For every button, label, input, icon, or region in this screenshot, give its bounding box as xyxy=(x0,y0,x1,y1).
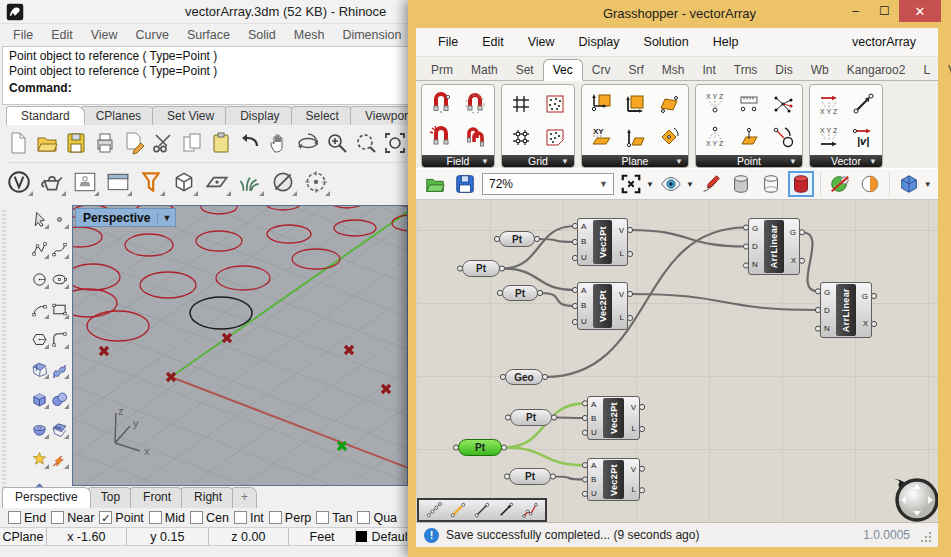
new-document-icon[interactable] xyxy=(6,131,30,155)
ribbon-panel-label[interactable]: Field▼ xyxy=(422,155,494,167)
perspective-viewport[interactable]: zyx Perspective ▼ xyxy=(72,205,408,486)
param-pt-selected[interactable]: Pt xyxy=(458,439,502,456)
gh-menu-solution[interactable]: Solution xyxy=(632,35,701,49)
ribbon-panel-label[interactable]: Point▼ xyxy=(696,155,802,167)
pointer-icon[interactable] xyxy=(30,210,48,228)
zoom-extents-icon-button[interactable] xyxy=(618,171,644,197)
document-preview-icon[interactable] xyxy=(898,173,920,195)
save-icon[interactable] xyxy=(64,131,88,155)
gh-menu-view[interactable]: View xyxy=(516,35,567,49)
plane-xy-icon[interactable]: XY xyxy=(585,120,617,153)
gh-tab-math[interactable]: Math xyxy=(462,60,507,80)
resize-grip[interactable] xyxy=(920,531,932,543)
surface-patch-icon[interactable] xyxy=(50,420,68,438)
close-button[interactable]: ✕ xyxy=(899,0,941,22)
osnap-checkbox-point[interactable]: ✓ xyxy=(99,511,112,524)
component-name-band[interactable]: Vec2Pt xyxy=(593,220,613,264)
point-numbers-icon[interactable] xyxy=(733,87,765,120)
osnap-end[interactable]: End xyxy=(8,511,46,525)
rectangle-icon[interactable] xyxy=(50,300,68,318)
input-port-g[interactable]: G xyxy=(752,224,758,233)
pan-hand-icon[interactable] xyxy=(267,131,291,155)
sketch-pencil-icon-button[interactable] xyxy=(698,171,724,197)
vector-length-icon[interactable]: |v| xyxy=(847,120,879,153)
zoom-extents-icon-caret-icon[interactable]: ▼ xyxy=(646,180,654,189)
print-icon[interactable] xyxy=(93,131,117,155)
cut-icon[interactable] xyxy=(151,131,175,155)
plane-rotated-icon[interactable] xyxy=(653,120,685,153)
ribbon-panel-label[interactable]: Plane▼ xyxy=(582,155,688,167)
torus-icon[interactable] xyxy=(30,420,48,438)
minimize-button[interactable]: – xyxy=(841,0,870,22)
osnap-checkbox-mid[interactable] xyxy=(149,511,162,524)
preview-matte-icon[interactable] xyxy=(730,173,752,195)
osnap-checkbox-perp[interactable] xyxy=(269,511,282,524)
toolbar-tab-standard[interactable]: Standard xyxy=(6,106,85,125)
add-viewport-tab-button[interactable]: + xyxy=(232,487,257,508)
surface-grid-icon[interactable] xyxy=(30,360,48,378)
preview-wireframe-icon-button[interactable] xyxy=(758,171,784,197)
rhino-menu-solid[interactable]: Solid xyxy=(239,28,285,42)
status-units[interactable]: Feet xyxy=(289,528,357,545)
gh-menu-file[interactable]: File xyxy=(426,35,470,49)
panel-expand-caret-icon[interactable]: ▼ xyxy=(789,157,797,166)
input-port-g[interactable]: G xyxy=(824,288,830,297)
red-polyline-icon[interactable] xyxy=(521,501,539,519)
maximize-button[interactable]: ☐ xyxy=(870,0,899,22)
orange-vector-icon[interactable] xyxy=(449,501,467,519)
gh-tab-wb[interactable]: Wb xyxy=(802,60,838,80)
circle-icon[interactable] xyxy=(30,270,48,288)
preview-eye-icon-button[interactable] xyxy=(658,171,684,197)
input-port-a[interactable]: A xyxy=(581,222,586,231)
point-pull-icon[interactable] xyxy=(767,120,799,153)
output-port-l[interactable]: L xyxy=(632,424,636,433)
curve-icon[interactable] xyxy=(50,240,68,258)
input-port-u[interactable]: U xyxy=(591,428,597,437)
render-box-icon[interactable] xyxy=(171,169,197,195)
component-name-band[interactable]: ArrLinear xyxy=(836,284,856,336)
osnap-perp[interactable]: Perp xyxy=(269,511,311,525)
param-pt[interactable]: Pt xyxy=(510,409,552,426)
command-prompt[interactable]: Command: xyxy=(9,81,403,96)
input-port-b[interactable]: B xyxy=(581,237,586,246)
output-port-v[interactable]: V xyxy=(619,290,624,299)
param-pt[interactable]: Pt xyxy=(502,285,538,301)
vector-to-xyz-icon[interactable]: X Y Z xyxy=(813,120,845,153)
output-port-l[interactable]: L xyxy=(632,485,636,494)
grass-icon[interactable] xyxy=(237,169,263,195)
grasshopper-canvas[interactable]: PtPtPtGeoPtPtPtABUVec2PtVLABUVec2PtVLGDN… xyxy=(416,200,938,522)
component-name-band[interactable]: Vec2Pt xyxy=(593,284,613,328)
component-name-band[interactable]: Vec2Pt xyxy=(603,460,623,499)
polyline-icon[interactable] xyxy=(30,240,48,258)
render-region-icon[interactable] xyxy=(303,169,329,195)
toolbar-tab-display[interactable]: Display xyxy=(225,106,294,125)
field-merge-icon[interactable] xyxy=(459,120,491,153)
spark-icon[interactable] xyxy=(50,450,68,468)
selected-only-icon-button[interactable] xyxy=(827,171,853,197)
rhino-menu-file[interactable]: File xyxy=(4,28,42,42)
component-vec2pt[interactable]: ABUVec2PtVL xyxy=(587,458,640,501)
preview-shaded-icon[interactable] xyxy=(790,173,812,195)
component-vec2pt[interactable]: ABUVec2PtVL xyxy=(577,282,628,330)
osnap-checkbox-near[interactable] xyxy=(51,511,64,524)
zoom-select-caret-icon[interactable]: ▼ xyxy=(599,179,608,189)
document-preview-icon-button[interactable] xyxy=(896,171,922,197)
render-teapot-icon[interactable] xyxy=(39,169,65,195)
zoom-window-icon[interactable] xyxy=(383,131,407,155)
output-port-v[interactable]: V xyxy=(631,403,636,412)
gh-tab-prm[interactable]: Prm xyxy=(422,60,462,80)
arc-icon[interactable] xyxy=(30,300,48,318)
param-geo[interactable]: Geo xyxy=(505,369,543,385)
gh-menu-display[interactable]: Display xyxy=(567,35,632,49)
input-port-n[interactable]: N xyxy=(752,260,758,269)
preview-eye-icon[interactable] xyxy=(660,173,682,195)
osnap-checkbox-int[interactable] xyxy=(234,511,247,524)
gh-tab-crv[interactable]: Crv xyxy=(583,60,620,80)
funnel-icon[interactable] xyxy=(138,169,164,195)
plane-fit-icon[interactable] xyxy=(653,87,685,120)
input-port-a[interactable]: A xyxy=(591,400,596,409)
gh-tab-v[interactable]: V xyxy=(939,60,951,80)
gh-open-icon-button[interactable] xyxy=(422,171,448,197)
output-port-l[interactable]: L xyxy=(620,313,624,322)
plane-origin-icon[interactable] xyxy=(585,87,617,120)
